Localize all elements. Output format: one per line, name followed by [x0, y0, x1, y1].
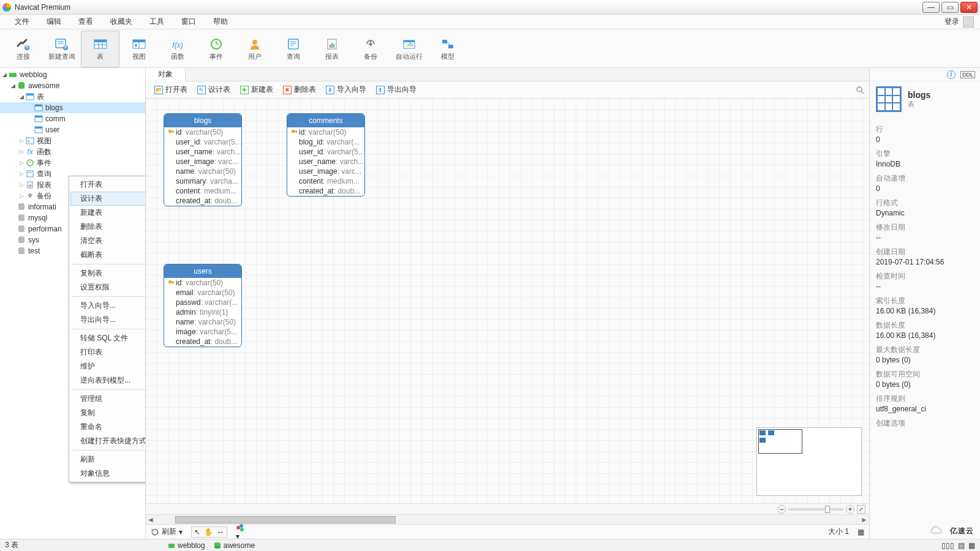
ddl-icon[interactable]: DDL [960, 71, 975, 78]
erd-column[interactable]: created_at: doub... [164, 196, 241, 206]
ctx-复制表[interactable]: 复制表 [70, 266, 146, 280]
erd-column[interactable]: id: varchar(50) [287, 127, 364, 137]
erd-column[interactable]: user_image: varc... [164, 157, 241, 167]
search-icon[interactable] [856, 86, 864, 94]
erd-column[interactable]: created_at: doub... [287, 186, 364, 196]
layout-buttons[interactable]: ▯▯▯▤▦ [941, 541, 975, 550]
subtool-5[interactable]: ⬆导出向导 [372, 83, 420, 96]
grid-toggle-icon[interactable]: ▦ [858, 528, 864, 536]
subtool-1[interactable]: ✎设计表 [194, 83, 234, 96]
erd-column[interactable]: user_id: varchar(5... [287, 147, 364, 157]
tree-group-函数[interactable]: ▷fx函数 [0, 146, 145, 157]
toolbar-report-button[interactable]: 报表 [312, 31, 351, 67]
toolbar-schedule-button[interactable]: ✓自动运行 [390, 31, 428, 67]
erd-column[interactable]: passwd: varchar(... [164, 298, 241, 307]
erd-column[interactable]: image: varchar(5... [164, 327, 241, 337]
tree-connection[interactable]: ◢webblog [0, 69, 145, 80]
ctx-创建打开表快捷方式...[interactable]: 创建打开表快捷方式... [70, 434, 146, 448]
erd-column[interactable]: user_name: varch... [287, 157, 364, 167]
menu-4[interactable]: 工具 [141, 17, 173, 27]
ctx-重命名[interactable]: 重命名 [70, 420, 146, 434]
subtool-4[interactable]: ⬇导入向导 [322, 83, 370, 96]
tree-group-视图[interactable]: ▷视图 [0, 135, 145, 146]
erd-column[interactable]: user_id: varchar(5... [164, 137, 241, 147]
erd-table-users[interactable]: usersid: varchar(50)email: varchar(50)pa… [164, 264, 242, 347]
scroll-thumb[interactable] [175, 516, 396, 523]
zoom-fit-button[interactable]: ⤢ [857, 505, 865, 514]
ctx-导入向导...[interactable]: 导入向导... [70, 299, 146, 313]
pointer-tool-icon[interactable]: ↖ [194, 528, 200, 536]
tree-table-blogs[interactable]: blogs [0, 102, 145, 113]
menu-3[interactable]: 收藏夹 [102, 17, 141, 27]
tab-objects[interactable]: 对象 [146, 68, 186, 81]
close-button[interactable]: ✕ [960, 2, 978, 13]
zoom-controls[interactable]: − + ⤢ [777, 504, 865, 515]
ctx-对象信息[interactable]: 对象信息 [70, 467, 146, 481]
tree-database[interactable]: ◢awesome [0, 80, 145, 91]
ctx-新建表[interactable]: 新建表 [70, 206, 146, 220]
minimize-button[interactable]: — [922, 2, 940, 13]
tree-table-users[interactable]: user [0, 124, 145, 135]
ctx-复制[interactable]: 复制 [70, 406, 146, 420]
info-icon[interactable]: i [947, 70, 956, 79]
erd-column[interactable]: user_name: varch... [164, 147, 241, 157]
zoom-out-button[interactable]: − [777, 505, 786, 514]
ctx-导出向导...[interactable]: 导出向导... [70, 313, 146, 327]
erd-column[interactable]: summary: varcha... [164, 176, 241, 186]
toolbar-new-query-button[interactable]: +新建查询 [42, 31, 81, 67]
ctx-维护[interactable]: 维护 [70, 359, 146, 373]
erd-canvas[interactable]: blogsid: varchar(50)user_id: varchar(5..… [146, 99, 869, 503]
subtool-3[interactable]: ✖删除表 [279, 83, 320, 96]
toolbar-clock-button[interactable]: 事件 [197, 31, 235, 67]
erd-column[interactable]: user_image: varc... [287, 167, 364, 176]
tree-group-事件[interactable]: ▷事件 [0, 157, 145, 168]
tree-tables-group[interactable]: ◢表 [0, 91, 145, 102]
ctx-转储 SQL 文件[interactable]: 转储 SQL 文件 [70, 331, 146, 345]
toolbar-view-button[interactable]: 视图 [119, 31, 158, 67]
toolbar-model-button[interactable]: 模型 [428, 31, 467, 67]
toolbar-table-button[interactable]: 表 [81, 31, 119, 67]
erd-column[interactable]: id: varchar(50) [164, 278, 241, 288]
ctx-截断表[interactable]: 截断表 [70, 248, 146, 262]
erd-column[interactable]: email: varchar(50) [164, 288, 241, 298]
ctx-设计表[interactable]: 设计表 [70, 192, 146, 206]
hand-tool-icon[interactable]: ✋ [204, 528, 213, 536]
refresh-button[interactable]: 刷新 ▾ [151, 527, 183, 537]
subtool-2[interactable]: ✚新建表 [236, 83, 277, 96]
toolbar-fx-button[interactable]: f(x)函数 [158, 31, 197, 67]
link-tool-icon[interactable]: ↔ [217, 528, 224, 536]
subtool-0[interactable]: 📂打开表 [151, 83, 191, 96]
menu-6[interactable]: 帮助 [205, 17, 236, 27]
login-link[interactable]: 登录 [944, 17, 959, 27]
menu-5[interactable]: 窗口 [173, 17, 205, 27]
erd-column[interactable]: content: medium... [164, 186, 241, 196]
erd-column[interactable]: name: varchar(50) [164, 317, 241, 327]
menu-2[interactable]: 查看 [70, 17, 102, 27]
ctx-打印表[interactable]: 打印表 [70, 345, 146, 359]
ctx-打开表[interactable]: 打开表 [70, 178, 146, 192]
tree-table-comments[interactable]: comm [0, 113, 145, 124]
zoom-in-button[interactable]: + [846, 505, 854, 514]
toolbar-user-button[interactable]: 用户 [235, 31, 274, 67]
avatar-icon[interactable] [963, 17, 974, 28]
erd-column[interactable]: name: varchar(50) [164, 167, 241, 176]
ctx-逆向表到模型...[interactable]: 逆向表到模型... [70, 373, 146, 388]
ctx-设置权限[interactable]: 设置权限 [70, 280, 146, 294]
erd-column[interactable]: id: varchar(50) [164, 127, 241, 137]
toolbar-backup-button[interactable]: 备份 [351, 31, 390, 67]
ctx-管理组[interactable]: 管理组 [70, 392, 146, 406]
erd-column[interactable]: created_at: doub... [164, 337, 241, 347]
ctx-清空表[interactable]: 清空表 [70, 234, 146, 248]
erd-column[interactable]: admin: tinyint(1) [164, 307, 241, 317]
menu-1[interactable]: 编辑 [38, 17, 70, 27]
minimap[interactable] [756, 427, 862, 496]
maximize-button[interactable]: ▭ [941, 2, 959, 13]
scroll-right-button[interactable]: ► [859, 515, 869, 524]
erd-table-blogs[interactable]: blogsid: varchar(50)user_id: varchar(5..… [164, 113, 242, 206]
erd-table-comments[interactable]: commentsid: varchar(50)blog_id: varchar(… [287, 113, 365, 197]
minimap-viewport[interactable] [758, 429, 802, 454]
toolbar-query-button[interactable]: 查询 [274, 31, 312, 67]
toolbar-plug-button[interactable]: +连接 [4, 31, 42, 67]
erd-column[interactable]: blog_id: varchar(... [287, 137, 364, 147]
ctx-刷新[interactable]: 刷新 [70, 452, 146, 467]
